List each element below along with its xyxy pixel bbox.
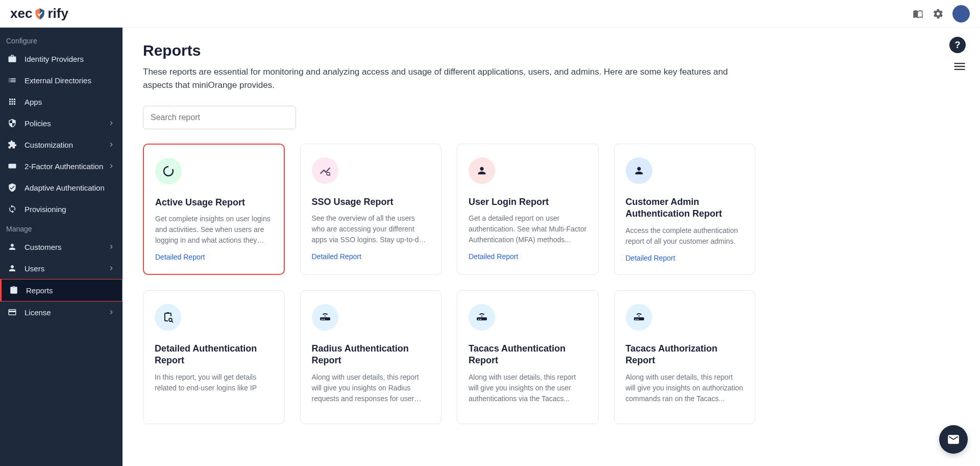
number-badge-icon [7,161,17,171]
user-avatar[interactable] [952,5,970,22]
brand-logo[interactable]: xec rify [10,6,68,21]
svg-point-7 [481,315,482,316]
card-title: User Login Report [469,196,587,208]
sidebar-item-customization[interactable]: Customization [0,134,122,155]
card-title: SSO Usage Report [312,196,430,208]
sidebar-section-configure: Configure [0,32,122,48]
donut-icon [155,158,182,184]
sidebar-item-label: License [24,308,51,317]
help-button[interactable]: ? [949,37,966,53]
card-title: Active Usage Report [155,197,273,208]
chevron-right-icon [107,119,115,127]
chevron-right-icon [107,162,115,170]
sidebar-item-label: Customers [24,243,62,251]
report-card-detailed-auth[interactable]: Detailed Authentication Report In this r… [143,290,285,424]
page-title: Reports [143,42,960,59]
card-desc: See the overview of all the users who ar… [312,213,430,245]
sidebar-item-provisioning[interactable]: Provisioning [0,198,122,220]
sidebar-item-label: Policies [24,119,51,128]
card-desc: Along with user details, this report wil… [469,372,587,404]
cards-grid: Active Usage Report Get complete insight… [143,144,755,424]
person-icon [626,157,652,184]
svg-point-8 [638,315,639,316]
puzzle-icon [7,139,17,150]
sidebar-item-customers[interactable]: Customers [0,236,122,258]
analytics-icon [312,157,338,184]
svg-line-3 [329,175,330,176]
sidebar-item-label: Provisioning [24,205,66,214]
sidebar-item-label: Customization [24,141,73,149]
router-icon [626,304,652,331]
card-desc: Along with user details, this report wil… [626,372,744,404]
router-icon [312,304,338,331]
sidebar-item-label: External Directories [24,76,91,85]
report-card-customer-admin-auth[interactable]: Customer Admin Authentication Report Acc… [614,144,756,275]
chevron-right-icon [107,141,115,149]
report-card-tacacs-auth[interactable]: Tacacs Authentication Report Along with … [457,290,599,424]
sidebar-item-label: Users [24,264,44,273]
card-title: Detailed Authentication Report [155,343,273,367]
card-title: Customer Admin Authentication Report [626,196,744,220]
sidebar-item-label: Identity Providers [24,55,84,63]
sidebar-item-users[interactable]: Users [0,258,122,279]
mail-fab[interactable] [939,425,968,454]
sidebar-item-2fa[interactable]: 2-Factor Authentication [0,155,122,177]
person-icon [7,242,17,252]
hamburger-icon[interactable] [952,59,967,74]
detailed-report-link[interactable]: Detailed Report [312,252,430,261]
clipboard-search-icon [155,304,181,331]
search-input[interactable] [143,106,296,129]
shield-icon [33,7,46,20]
card-desc: Access the complete authentication repor… [626,225,744,247]
detailed-report-link[interactable]: Detailed Report [469,252,587,261]
sidebar-item-adaptive-auth[interactable]: Adaptive Authentication [0,177,122,198]
sidebar-item-identity-providers[interactable]: Identity Providers [0,48,122,69]
sidebar-section-manage: Manage [0,220,122,236]
briefcase-icon [7,54,17,64]
chevron-right-icon [107,308,115,316]
chevron-right-icon [107,264,115,272]
svg-line-5 [172,321,174,322]
sync-icon [7,204,17,214]
card-title: Tacacs Authentication Report [469,343,587,367]
svg-rect-0 [9,164,16,169]
card-title: Radius Authentication Report [312,343,430,367]
report-card-active-usage[interactable]: Active Usage Report Get complete insight… [143,144,285,275]
card-desc: Get a detailed report on user authentica… [469,213,587,245]
sidebar-item-label: Apps [24,98,42,106]
shield-check-icon [7,118,17,128]
page-description: These reports are essential for monitori… [143,65,730,91]
main-content: ? Reports These reports are essential fo… [122,28,980,466]
sidebar-item-policies[interactable]: Policies [0,112,122,134]
grid-icon [7,97,17,107]
sidebar: Configure Identity Providers External Di… [0,28,122,466]
clipboard-icon [9,285,19,295]
detailed-report-link[interactable]: Detailed Report [155,253,273,261]
report-card-radius-auth[interactable]: Radius Authentication Report Along with … [300,290,442,424]
sidebar-item-reports[interactable]: Reports [0,279,122,301]
svg-point-6 [324,315,325,316]
list-icon [7,75,17,85]
detailed-report-link[interactable]: Detailed Report [626,254,744,262]
book-icon[interactable] [912,8,924,20]
sidebar-item-apps[interactable]: Apps [0,91,122,112]
sidebar-item-license[interactable]: License [0,301,122,323]
report-card-sso-usage[interactable]: SSO Usage Report See the overview of all… [300,144,442,275]
card-desc: In this report, you will get details rel… [155,372,273,393]
sidebar-item-label: Reports [26,286,53,295]
topbar: xec rify [0,0,980,28]
report-card-tacacs-authz[interactable]: Tacacs Authorization Report Along with u… [614,290,756,424]
card-desc: Get complete insights on user logins and… [155,214,273,246]
person-icon [469,157,495,184]
card-title: Tacacs Authorization Report [626,343,744,367]
report-card-user-login[interactable]: User Login Report Get a detailed report … [457,144,599,275]
card-icon [7,307,17,317]
gear-icon[interactable] [932,8,944,20]
router-icon [469,304,495,331]
brand-text-right: rify [47,6,68,21]
sidebar-item-external-directories[interactable]: External Directories [0,69,122,91]
brand-text-left: xec [10,6,32,21]
sidebar-item-label: 2-Factor Authentication [24,162,103,171]
shield-icon [7,182,17,193]
card-desc: Along with user details, this report wil… [312,372,430,404]
